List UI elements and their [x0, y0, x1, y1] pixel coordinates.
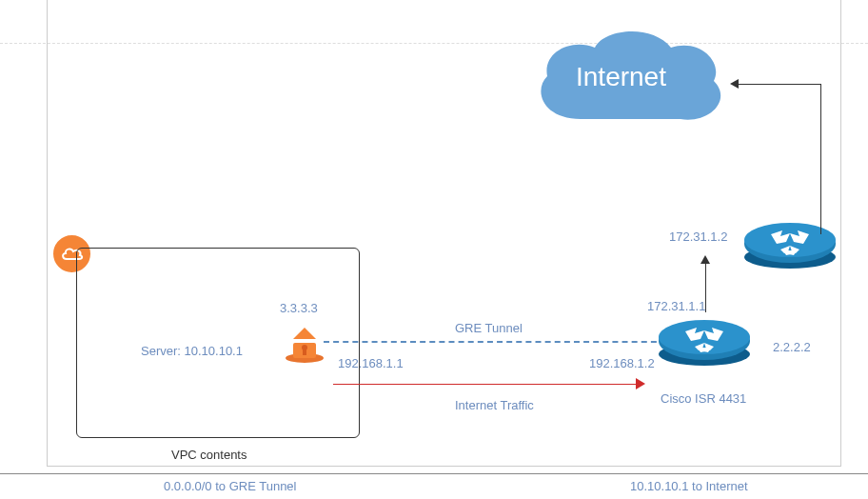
gre-tunnel-line — [324, 341, 666, 343]
isr-up-ip-label: 172.31.1.1 — [647, 299, 705, 313]
gateway-eip-label: 3.3.3.3 — [280, 301, 318, 315]
isr-left-ip-label: 192.168.1.2 — [589, 356, 655, 370]
internet-traffic-arrowhead — [636, 378, 645, 389]
svg-rect-3 — [303, 348, 306, 355]
tunnel-endpoint-left-label: 192.168.1.1 — [338, 356, 404, 370]
internet-traffic-label: Internet Traffic — [455, 398, 534, 412]
cisco-isr-router-icon — [657, 314, 752, 367]
isr-to-upstream-arrowhead — [700, 255, 710, 264]
upstream-router-icon — [742, 217, 838, 269]
internet-label: Internet — [576, 62, 666, 92]
vpc-label: VPC contents — [171, 448, 247, 462]
bottom-separator — [0, 473, 868, 474]
upstream-to-internet-vline — [820, 84, 821, 234]
route-right-label: 10.10.10.1 to Internet — [630, 479, 748, 493]
upstream-to-internet-arrowhead — [730, 79, 739, 89]
isr-right-ip-label: 2.2.2.2 — [773, 340, 811, 354]
server-label: Server: 10.10.10.1 — [141, 344, 243, 358]
isr-to-upstream-line — [705, 262, 706, 312]
route-left-label: 0.0.0.0/0 to GRE Tunnel — [164, 479, 296, 493]
gre-tunnel-label: GRE Tunnel — [455, 321, 523, 335]
cisco-isr-label: Cisco ISR 4431 — [661, 391, 746, 406]
upstream-to-internet-hline — [737, 84, 821, 85]
internet-traffic-line — [333, 384, 641, 385]
upstream-router-ip-label: 172.31.1.2 — [669, 230, 727, 244]
vpc-gateway-icon — [284, 322, 326, 365]
